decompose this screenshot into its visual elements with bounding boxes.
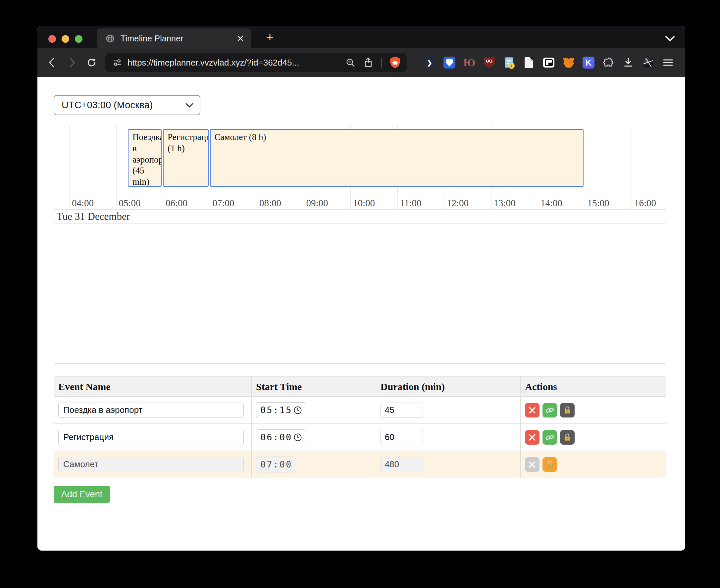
lock-button[interactable]: [560, 430, 575, 445]
hour-gridline: [632, 125, 632, 209]
lock-icon: [563, 405, 572, 415]
start-time-value: 06:00: [260, 432, 292, 442]
unlock-button[interactable]: [542, 457, 557, 472]
tab-strip-chevron-icon[interactable]: [663, 35, 677, 43]
hour-label: 15:00: [588, 196, 610, 209]
header-duration: Duration (min): [376, 377, 521, 397]
brave-shields-icon[interactable]: [390, 57, 400, 68]
x-icon: [528, 434, 536, 441]
focus-sphere-icon[interactable]: [642, 57, 654, 68]
timeline-date-label: Tue 31 December: [57, 209, 130, 223]
panel-bottom-line: [54, 223, 666, 224]
globe-icon: [106, 34, 115, 43]
start-time-input: 07:00: [256, 457, 295, 472]
share-icon[interactable]: [363, 57, 373, 68]
timeline-event[interactable]: Самолет (8 h): [210, 129, 583, 187]
ublock-origin-icon[interactable]: UO: [483, 57, 495, 68]
link-button[interactable]: [542, 403, 557, 418]
timezone-value: UTC+03:00 (Москва): [62, 100, 153, 110]
axis-bottom-line: [54, 209, 666, 210]
x-icon: [528, 461, 536, 468]
link-button[interactable]: [542, 430, 557, 445]
kagi-icon[interactable]: K: [582, 57, 595, 68]
lock-icon: [563, 433, 572, 442]
tab-bar: Timeline Planner +: [37, 26, 685, 48]
header-actions: Actions: [521, 377, 666, 397]
downloads-icon[interactable]: [622, 57, 634, 68]
picture-in-picture-icon[interactable]: [543, 57, 555, 68]
link-icon: [545, 405, 554, 415]
hour-label: 07:00: [213, 196, 234, 209]
page-content: UTC+03:00 (Москва) Поездка в аэропорт (4…: [37, 77, 685, 551]
event-row: 05:15: [54, 397, 666, 424]
clock-icon: [293, 406, 302, 415]
start-time-value: 07:00: [260, 459, 292, 469]
bitwarden-icon[interactable]: [444, 57, 455, 68]
hour-label: 06:00: [166, 196, 187, 209]
start-time-input[interactable]: 06:00: [256, 429, 306, 445]
navigation-bar: https://timeplanner.vvzvlad.xyz/?id=362d…: [37, 48, 685, 77]
event-row: 06:00: [54, 424, 666, 451]
chevron-down-icon: [185, 103, 194, 108]
hour-label: 14:00: [540, 196, 562, 209]
browser-window: Timeline Planner +: [37, 26, 685, 551]
hour-label: 09:00: [306, 196, 328, 209]
yoomoney-icon[interactable]: Ю: [463, 57, 475, 68]
hour-gridline: [69, 125, 69, 209]
hour-label: 08:00: [259, 196, 281, 209]
tab-timeline-planner[interactable]: Timeline Planner: [97, 28, 251, 48]
hour-label: 11:00: [400, 196, 421, 209]
menu-icon[interactable]: [662, 57, 674, 68]
timezone-select[interactable]: UTC+03:00 (Москва): [54, 95, 200, 115]
hour-label: 04:00: [72, 196, 94, 209]
extensions-row: ❯ Ю UO ↓ K: [424, 57, 674, 68]
duration-input[interactable]: [380, 457, 423, 472]
lock-icon: [545, 460, 554, 469]
hour-label: 13:00: [494, 196, 516, 209]
reader-mode-icon[interactable]: [523, 57, 535, 68]
header-event-name: Event Name: [54, 377, 252, 397]
hour-label: 05:00: [119, 196, 141, 209]
start-time-value: 05:15: [260, 405, 292, 415]
tab-title: Timeline Planner: [121, 34, 184, 43]
extensions-puzzle-icon[interactable]: [602, 57, 614, 68]
url-bar-separator: [381, 58, 382, 67]
hour-label: 12:00: [447, 196, 469, 209]
site-settings-icon[interactable]: [112, 58, 122, 67]
lock-button[interactable]: [560, 403, 575, 418]
event-name-input[interactable]: [58, 457, 244, 472]
duration-input[interactable]: [380, 403, 423, 418]
zoom-window-button[interactable]: [75, 35, 82, 43]
userscript-manager-icon[interactable]: ❯: [424, 57, 435, 68]
timeline-panel: Поездка в аэропорт (45 min)Регистрация (…: [54, 125, 666, 363]
save-page-icon[interactable]: ↓: [503, 57, 515, 68]
new-tab-button[interactable]: +: [263, 30, 277, 45]
header-start-time: Start Time: [251, 377, 376, 397]
close-window-button[interactable]: [48, 35, 56, 43]
clock-icon: [293, 433, 302, 442]
url-bar[interactable]: https://timeplanner.vvzvlad.xyz/?id=362d…: [105, 53, 407, 72]
delete-button-disabled: [525, 457, 539, 472]
back-button[interactable]: [46, 57, 58, 68]
forward-button[interactable]: [66, 57, 78, 68]
hour-gridline: [585, 125, 585, 209]
add-event-button[interactable]: Add Event: [54, 486, 110, 503]
delete-button[interactable]: [525, 430, 539, 445]
hour-gridline: [116, 125, 117, 209]
events-table: Event Name Start Time Duration (min) Act…: [54, 376, 666, 478]
event-name-input[interactable]: [58, 430, 244, 445]
duration-input[interactable]: [380, 430, 423, 445]
url-text[interactable]: https://timeplanner.vvzvlad.xyz/?id=362d…: [127, 58, 299, 68]
event-name-input[interactable]: [58, 403, 244, 418]
timeline-event[interactable]: Регистрация (1 h): [163, 129, 209, 187]
hour-label: 16:00: [634, 196, 656, 209]
event-row-locked: 07:00: [54, 451, 666, 478]
minimize-window-button[interactable]: [62, 35, 69, 43]
tab-close-icon[interactable]: [237, 35, 244, 42]
reload-button[interactable]: [86, 57, 98, 68]
delete-button[interactable]: [525, 403, 539, 418]
timeline-event[interactable]: Поездка в аэропорт (45 min): [128, 129, 162, 187]
start-time-input[interactable]: 05:15: [256, 402, 306, 418]
zoom-out-icon[interactable]: [345, 58, 355, 67]
metamask-icon[interactable]: [563, 57, 575, 68]
